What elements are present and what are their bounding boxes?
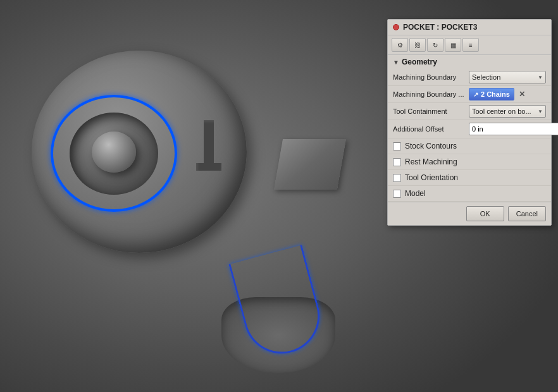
toolbar-btn-chart[interactable]: ≡ [462,38,479,52]
dialog-footer: OK Cancel [388,202,551,225]
tool-orientation-label: Tool Orientation [405,173,458,182]
additional-offset-input[interactable] [469,123,558,135]
tool-containment-dropdown-arrow-icon: ▼ [538,109,543,114]
tool-containment-label: Tool Containment [393,107,469,115]
tool-containment-dropdown[interactable]: Tool center on bo... ▼ [469,105,546,118]
machining-boundary-dropdown[interactable]: Selection ▼ [469,71,546,83]
additional-offset-row: Additional Offset ▲ ▼ [388,120,551,138]
chains-badge[interactable]: ↗ 2 Chains [469,88,514,101]
toolbar-btn-tool[interactable]: ⚙ [392,38,408,52]
toolbar: ⚙ ⛓ ↻ ▦ ≡ [388,35,551,55]
chains-icon: ↗ [473,91,478,98]
chains-control: ↗ 2 Chains ✕ [469,88,546,101]
rest-machining-label: Rest Machining [405,157,457,166]
tool-containment-control: Tool center on bo... ▼ [469,105,546,118]
table-icon: ▦ [450,42,456,49]
machining-boundary-control: Selection ▼ [469,71,546,83]
geometry-section-label: Geometry [402,58,437,66]
chains-value: 2 Chains [481,90,510,98]
machining-boundary-row: Machining Boundary Selection ▼ [388,69,551,86]
geometry-section-header[interactable]: ▼ Geometry [388,55,551,69]
stock-contours-label: Stock Contours [405,142,457,150]
machining-boundary-chains-label: Machining Boundary ... [393,90,469,98]
section-arrow-icon: ▼ [393,59,399,66]
tool-containment-row: Tool Containment Tool center on bo... ▼ [388,103,551,120]
part-side-panel [274,139,346,190]
stock-contours-checkbox[interactable] [393,142,401,150]
tool-containment-value: Tool center on bo... [472,107,531,115]
rest-machining-checkbox[interactable] [393,158,401,166]
toolbar-btn-chain[interactable]: ⛓ [409,38,426,52]
tool-orientation-row[interactable]: Tool Orientation [388,170,551,186]
chains-close-icon[interactable]: ✕ [519,90,525,99]
model-row[interactable]: Model [388,186,551,202]
additional-offset-control: ▲ ▼ [469,122,558,136]
machining-boundary-value: Selection [472,73,500,81]
geometry-dialog: POCKET : POCKET3 ⚙ ⛓ ↻ ▦ ≡ ▼ Geometry Ma… [387,19,552,226]
cancel-button[interactable]: Cancel [508,206,546,221]
rest-machining-row[interactable]: Rest Machining [388,154,551,170]
path-icon: ↻ [433,42,438,49]
additional-offset-label: Additional Offset [393,125,469,133]
chain-icon: ⛓ [414,42,421,49]
model-label: Model [405,189,426,198]
model-checkbox[interactable] [393,190,401,198]
stock-contours-row[interactable]: Stock Contours [388,138,551,154]
dialog-titlebar: POCKET : POCKET3 [388,20,551,35]
machining-boundary-label: Machining Boundary [393,73,469,81]
tool-icon: ⚙ [397,42,403,49]
toolbar-btn-path[interactable]: ↻ [427,38,443,52]
ok-button[interactable]: OK [466,206,504,221]
tool-orientation-checkbox[interactable] [393,174,401,182]
dropdown-arrow-icon: ▼ [538,75,543,80]
chart-icon: ≡ [469,42,473,49]
toolbar-btn-table[interactable]: ▦ [445,38,461,52]
selection-ring [51,95,177,212]
machining-boundary-chains-row: Machining Boundary ... ↗ 2 Chains ✕ [388,86,551,103]
close-dot[interactable] [393,24,399,30]
dialog-title: POCKET : POCKET3 [403,23,546,32]
number-input-group: ▲ ▼ [469,122,558,136]
